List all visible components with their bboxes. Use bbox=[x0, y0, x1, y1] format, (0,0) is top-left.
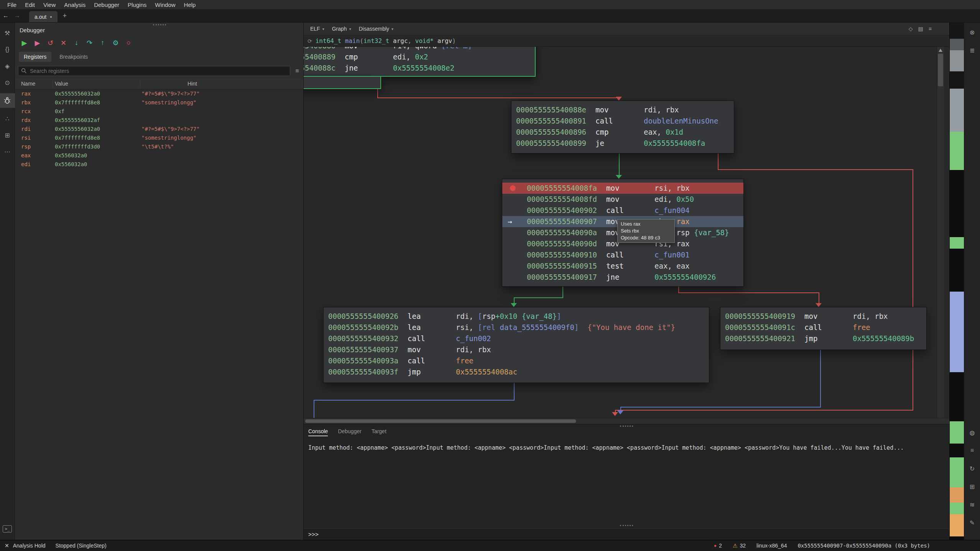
analysis-hold-icon[interactable]: ✕ bbox=[5, 543, 9, 549]
disasm-line[interactable]: 0000555555400896cmpeax, 0x1d bbox=[511, 127, 734, 138]
view-graph-dropdown[interactable]: Graph▾ bbox=[329, 26, 355, 32]
basic-block[interactable]: 000055555540088emovrdi, rbx 000055555540… bbox=[511, 101, 734, 153]
menu-view[interactable]: View bbox=[39, 1, 60, 9]
disasm-line[interactable]: 0000555555400899je0x5555554008fa bbox=[511, 138, 734, 149]
register-row[interactable]: rcx0xf bbox=[15, 107, 303, 116]
register-row[interactable]: rdx0x5555556032af bbox=[15, 116, 303, 125]
menu-help[interactable]: Help bbox=[180, 1, 200, 9]
tab-console[interactable]: Console bbox=[308, 428, 328, 436]
build-icon[interactable]: ⚒ bbox=[0, 27, 15, 39]
disasm-line[interactable]: 000055555540091ccallfree bbox=[720, 322, 926, 333]
settings-button[interactable]: ⚙ bbox=[110, 37, 121, 48]
scroll-up-icon[interactable] bbox=[939, 49, 942, 52]
more-panels-icon[interactable]: ⋯ bbox=[0, 146, 15, 157]
breakpoint-icon[interactable] bbox=[510, 185, 516, 191]
tab-modified-icon[interactable]: ● bbox=[50, 15, 52, 19]
disasm-line[interactable]: 0000555555400891calldoubleLenMinusOne bbox=[511, 115, 734, 127]
disasm-line[interactable]: 0000555555400932callc_fun002 bbox=[324, 333, 709, 344]
disasm-line[interactable]: 0000555555400910callc_fun001 bbox=[502, 249, 743, 261]
step-into-button[interactable]: ↓ bbox=[71, 37, 82, 48]
menu-plugins[interactable]: Plugins bbox=[123, 1, 151, 9]
register-row[interactable]: edi0x556032a0 bbox=[15, 160, 303, 169]
reanalyze-icon[interactable]: ⟳ bbox=[307, 38, 312, 44]
column-separator[interactable] bbox=[140, 80, 140, 87]
console-input[interactable] bbox=[322, 529, 949, 540]
horizontal-scrollbar[interactable] bbox=[304, 418, 949, 424]
view-disassembly-dropdown[interactable]: Disassembly▾ bbox=[355, 26, 397, 32]
run-button[interactable]: ▶ bbox=[32, 37, 43, 48]
step-over-button[interactable]: ↷ bbox=[84, 37, 95, 48]
disasm-line[interactable]: 000055555540093fjmp0x5555554008ac bbox=[324, 366, 709, 378]
disasm-line[interactable]: 00005555554008fdmovedi, 0x50 bbox=[502, 194, 743, 205]
column-separator[interactable] bbox=[53, 80, 53, 87]
disasm-line-breakpoint[interactable]: 00005555554008famovrsi, rbx bbox=[502, 183, 743, 194]
tab-breakpoints[interactable]: Breakpoints bbox=[54, 52, 93, 62]
tab-debugger-console[interactable]: Debugger bbox=[338, 428, 362, 436]
vertical-scrollbar[interactable] bbox=[937, 47, 944, 424]
nav-forward-icon[interactable]: → bbox=[12, 12, 23, 19]
basic-block[interactable]: 0000555555400919movrdi, rbx 000055555540… bbox=[720, 307, 927, 350]
register-row[interactable]: rdi0x5555556032a0"#?=5#$\"9>7<?>77" bbox=[15, 125, 303, 134]
disasm-line[interactable]: 0000555555400917jne0x555555400926 bbox=[502, 272, 743, 283]
register-options-icon[interactable]: ≡ bbox=[293, 68, 301, 74]
disasm-line[interactable]: 0000555555400886movr14, qword [rel …] bbox=[304, 47, 535, 51]
tab-registers[interactable]: Registers bbox=[19, 52, 51, 62]
terminal-icon[interactable]: >_ bbox=[0, 523, 15, 535]
horizontal-scrollbar-thumb[interactable] bbox=[305, 419, 576, 423]
panel-resize-handle[interactable] bbox=[153, 24, 166, 25]
view-elf-dropdown[interactable]: ELF▾ bbox=[307, 26, 328, 32]
call-graph-icon[interactable]: ∴ bbox=[0, 113, 15, 124]
stop-button[interactable]: ○ bbox=[123, 37, 134, 48]
function-header[interactable]: ⟳ int64_t main(int32_t argc, void* argv) bbox=[304, 35, 949, 47]
disasm-line[interactable]: 000055555540092blearsi, [rel data_555555… bbox=[324, 322, 709, 333]
vertical-scrollbar-thumb[interactable] bbox=[938, 54, 943, 86]
notifications-icon[interactable]: ◍ bbox=[965, 427, 980, 438]
disasm-line[interactable]: 0000555555400915testeax, eax bbox=[502, 261, 743, 272]
disasm-line[interactable]: 0000555555400937movrdi, rbx bbox=[324, 344, 709, 355]
types-icon[interactable]: {} bbox=[0, 44, 15, 55]
console-input-resize-handle[interactable] bbox=[620, 525, 633, 526]
disasm-line[interactable]: 000055555540088emovrdi, rbx bbox=[511, 104, 734, 115]
disasm-line[interactable]: 000055555540088cjne0x5555554008e2 bbox=[304, 63, 535, 74]
debugger-icon[interactable] bbox=[0, 93, 15, 108]
disasm-line[interactable]: 0000555555400919movrdi, rbx bbox=[720, 311, 926, 322]
layers-icon[interactable]: ≋ bbox=[965, 499, 980, 510]
menu-analysis[interactable]: Analysis bbox=[60, 1, 90, 9]
menu-edit[interactable]: Edit bbox=[21, 1, 39, 9]
cross-references-icon[interactable]: ⊗ bbox=[965, 26, 980, 38]
menu-window[interactable]: Window bbox=[151, 1, 179, 9]
stack-view-icon[interactable]: ≣ bbox=[965, 45, 980, 56]
restart-button[interactable]: ↺ bbox=[45, 37, 56, 48]
register-row[interactable]: rbx0x7fffffffd8e8"somestringlongg" bbox=[15, 98, 303, 107]
basic-block[interactable]: 0000555555400886movr14, qword [rel …] 00… bbox=[304, 47, 536, 77]
log-icon[interactable]: ≡ bbox=[965, 445, 980, 456]
graph-canvas[interactable]: 0000555555400886movr14, qword [rel …] 00… bbox=[304, 47, 949, 424]
register-row[interactable]: rsp0x7fffffffd3d0"\t5#\t?%" bbox=[15, 142, 303, 151]
error-count[interactable]: ●2 bbox=[714, 543, 722, 549]
disasm-line[interactable]: 0000555555400921jmp0x55555540089b bbox=[720, 333, 926, 344]
link-icon[interactable]: ◇ bbox=[909, 26, 913, 32]
register-row[interactable]: rax0x5555556032a0"#?=5#$\"9>7<?>77" bbox=[15, 89, 303, 98]
disasm-line[interactable]: 0000555555400889cmpedi, 0x2 bbox=[304, 51, 535, 63]
basic-block-clipped[interactable] bbox=[304, 76, 381, 89]
tags-icon[interactable]: ◈ bbox=[0, 60, 15, 72]
memory-map-icon[interactable]: ⊙ bbox=[0, 77, 15, 88]
go-button[interactable]: ▶ bbox=[19, 37, 30, 48]
split-view-icon[interactable]: ▤ bbox=[918, 26, 923, 32]
edit-icon[interactable]: ✎ bbox=[965, 517, 980, 528]
feature-map[interactable] bbox=[949, 23, 964, 540]
new-tab-button[interactable]: + bbox=[63, 12, 67, 20]
disasm-line[interactable]: 0000555555400902callc_fun004 bbox=[502, 205, 743, 216]
plugins-icon[interactable]: ⊞ bbox=[965, 481, 980, 492]
step-return-button[interactable]: ↑ bbox=[97, 37, 108, 48]
search-registers-input[interactable] bbox=[18, 66, 290, 76]
register-row[interactable]: rsi0x7fffffffd8e8"somestringlongg" bbox=[15, 134, 303, 142]
basic-block[interactable]: 0000555555400926leardi, [rsp+0x10 {var_4… bbox=[323, 307, 709, 383]
warning-count[interactable]: ⚠32 bbox=[733, 543, 746, 549]
disasm-line[interactable]: 000055555540093acallfree bbox=[324, 355, 709, 366]
kill-button[interactable]: ✕ bbox=[58, 37, 69, 48]
components-icon[interactable]: ⊞ bbox=[0, 129, 15, 141]
disasm-line[interactable]: 0000555555400926leardi, [rsp+0x10 {var_4… bbox=[324, 311, 709, 322]
tab-target-console[interactable]: Target bbox=[372, 428, 386, 436]
nav-back-icon[interactable]: ← bbox=[0, 12, 12, 19]
